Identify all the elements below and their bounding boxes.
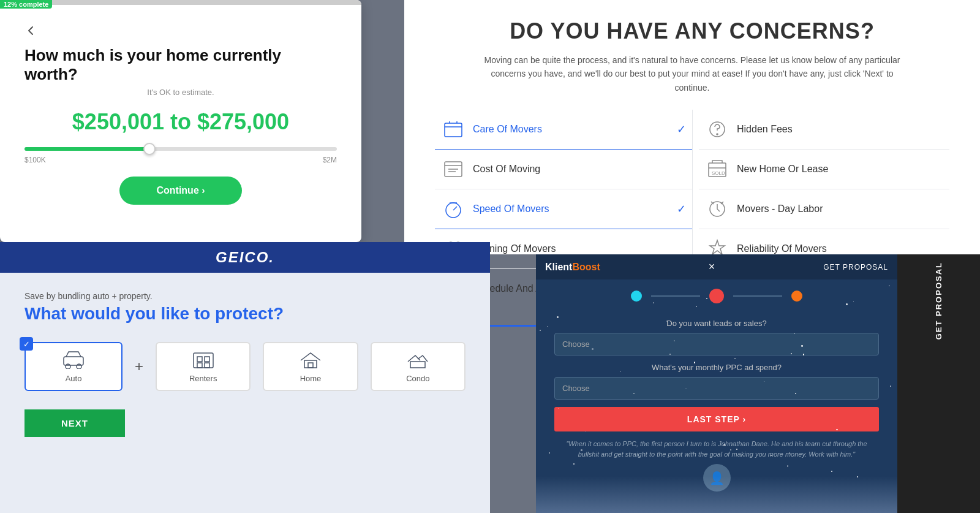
svg-point-11 bbox=[717, 134, 718, 135]
home-option[interactable]: Home bbox=[263, 342, 358, 391]
svg-rect-0 bbox=[445, 123, 462, 137]
home-label: Home bbox=[300, 374, 322, 383]
next-button[interactable]: NEXT bbox=[24, 409, 125, 437]
svg-rect-25 bbox=[205, 363, 209, 368]
svg-rect-24 bbox=[197, 363, 202, 368]
svg-point-19 bbox=[66, 364, 70, 369]
kb-get-proposal-button[interactable]: GET PROPOSAL bbox=[823, 263, 888, 272]
auto-option-wrap: ✓ Auto bbox=[24, 342, 123, 391]
kb-logo: KlientBoost bbox=[545, 262, 600, 273]
geico-bar: GEICO. bbox=[0, 242, 490, 273]
svg-rect-26 bbox=[304, 360, 317, 368]
concern-item-hidden-fees[interactable]: Hidden Fees bbox=[699, 110, 949, 150]
concern-check-care-of-movers: ✓ bbox=[677, 123, 686, 136]
svg-rect-22 bbox=[197, 357, 202, 362]
concern-label-reliability: Reliability Of Movers bbox=[737, 243, 827, 254]
svg-text:SOLD: SOLD bbox=[712, 170, 725, 176]
svg-rect-27 bbox=[308, 363, 313, 368]
condo-option[interactable]: Condo bbox=[371, 342, 466, 391]
get-proposal-sidebar[interactable]: GET PROPOSAL bbox=[897, 254, 980, 513]
slider-max-label: $2M bbox=[323, 156, 337, 164]
concern-item-speed-of-movers[interactable]: Speed Of Movers ✓ bbox=[435, 189, 692, 229]
plus-sign: + bbox=[135, 358, 143, 375]
auto-label: Auto bbox=[66, 374, 82, 383]
home-worth-title: How much is your home currently worth? bbox=[24, 46, 337, 84]
concerns-panel: DO YOU HAVE ANY CONCERNS? Moving can be … bbox=[404, 0, 980, 254]
geico-protect-title: What would you like to protect? bbox=[24, 304, 466, 324]
renters-label: Renters bbox=[189, 374, 217, 383]
kb-clouds bbox=[536, 476, 897, 513]
concern-item-new-home[interactable]: SOLD New Home Or Lease bbox=[699, 150, 949, 189]
klientboost-popup: KlientBoost × GET PROPOSAL Do you want l… bbox=[536, 254, 897, 513]
new-home-icon: SOLD bbox=[705, 157, 729, 181]
geico-bottom-section: Save by bundling auto + property. What w… bbox=[0, 273, 490, 513]
slider-min-label: $100K bbox=[24, 156, 46, 164]
svg-rect-23 bbox=[205, 357, 209, 362]
progress-label: 12% complete bbox=[0, 0, 52, 9]
concern-label-movers-day-labor: Movers - Day Labor bbox=[737, 203, 823, 215]
kb-header: KlientBoost × GET PROPOSAL bbox=[536, 254, 897, 279]
concerns-title: DO YOU HAVE ANY CONCERNS? bbox=[435, 18, 949, 44]
concern-label-speed-of-movers: Speed Of Movers bbox=[473, 203, 549, 215]
geico-logo: GEICO. bbox=[216, 249, 274, 266]
back-button[interactable] bbox=[24, 25, 37, 37]
home-worth-subtitle: It's OK to estimate. bbox=[24, 88, 337, 97]
concern-label-hidden-fees: Hidden Fees bbox=[737, 124, 793, 135]
svg-rect-28 bbox=[410, 362, 425, 368]
renters-option[interactable]: Renters bbox=[156, 342, 251, 391]
concern-check-speed-of-movers: ✓ bbox=[677, 202, 686, 216]
speed-of-movers-icon bbox=[441, 197, 466, 221]
condo-label: Condo bbox=[406, 374, 429, 383]
concern-item-care-of-movers[interactable]: Care Of Movers ✓ bbox=[435, 110, 692, 150]
svg-rect-21 bbox=[194, 353, 213, 368]
concern-label-cost-of-moving: Cost Of Moving bbox=[473, 164, 540, 175]
movers-day-labor-icon bbox=[705, 197, 729, 221]
stars-background bbox=[536, 285, 897, 476]
concern-label-new-home: New Home Or Lease bbox=[737, 164, 828, 175]
price-range-display: $250,001 to $275,000 bbox=[24, 109, 337, 135]
slider-fill bbox=[24, 147, 149, 151]
slider-labels: $100K $2M bbox=[24, 156, 337, 164]
care-of-movers-icon bbox=[441, 117, 466, 142]
concern-item-movers-day-labor[interactable]: Movers - Day Labor bbox=[699, 189, 949, 229]
concerns-description: Moving can be quite the process, and it'… bbox=[478, 53, 907, 94]
price-slider[interactable]: $100K $2M bbox=[24, 147, 337, 164]
get-proposal-text: GET PROPOSAL bbox=[934, 262, 943, 340]
continue-button[interactable]: Continue › bbox=[119, 177, 242, 205]
insurance-options: ✓ Auto + Renters bbox=[24, 342, 466, 391]
cost-of-moving-icon bbox=[441, 157, 466, 181]
auto-option[interactable]: ✓ Auto bbox=[24, 342, 123, 391]
svg-point-20 bbox=[77, 364, 81, 369]
home-worth-card: 12% complete How much is your home curre… bbox=[0, 0, 361, 242]
geico-save-text: Save by bundling auto + property. bbox=[24, 291, 466, 301]
auto-check: ✓ bbox=[20, 337, 33, 351]
slider-thumb[interactable] bbox=[143, 143, 156, 155]
progress-bar-container bbox=[0, 0, 361, 5]
slider-track bbox=[24, 147, 337, 151]
concern-label-care-of-movers: Care Of Movers bbox=[473, 124, 542, 135]
kb-close-button[interactable]: × bbox=[709, 260, 715, 273]
hidden-fees-icon bbox=[705, 117, 729, 142]
concern-item-cost-of-moving[interactable]: Cost Of Moving bbox=[435, 150, 692, 189]
